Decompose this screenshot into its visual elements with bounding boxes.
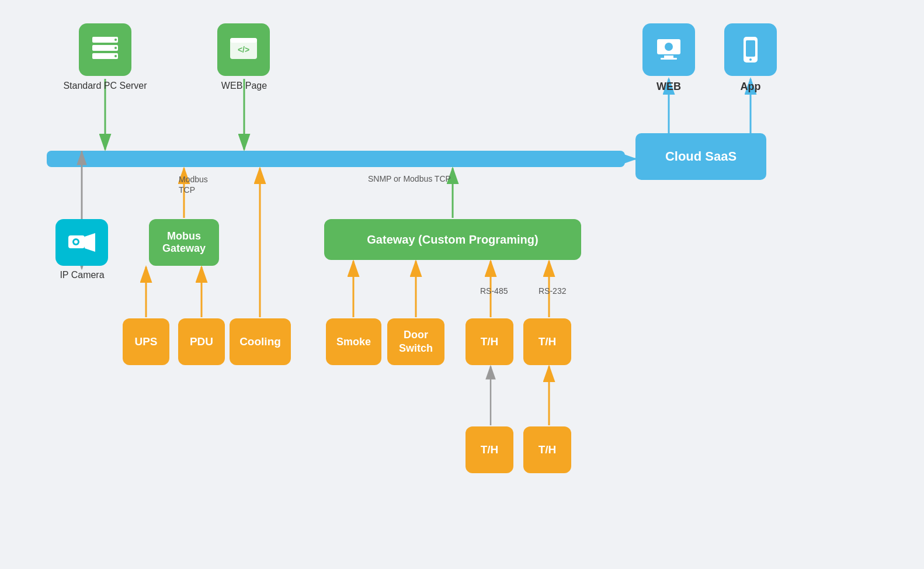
web-page-icon: </>	[217, 23, 270, 76]
ups-box: UPS	[123, 318, 169, 365]
rs232-label: RS-232	[539, 286, 566, 296]
pdu-box: PDU	[178, 318, 225, 365]
th3-box: T/H	[466, 426, 513, 473]
web-page-label: WEB Page	[203, 81, 285, 91]
svg-point-37	[74, 240, 78, 244]
svg-marker-35	[85, 233, 95, 252]
web-access-label: WEB	[640, 81, 698, 93]
svg-rect-43	[746, 40, 755, 57]
svg-text:</>: </>	[238, 45, 249, 54]
smoke-box: Smoke	[326, 318, 381, 365]
web-access-icon	[642, 23, 695, 76]
th1-box: T/H	[466, 318, 513, 365]
svg-rect-25	[92, 37, 118, 43]
cloud-saas-box: Cloud SaaS	[635, 133, 766, 180]
svg-rect-26	[92, 45, 118, 51]
app-access-icon	[724, 23, 777, 76]
ip-camera-icon	[55, 219, 108, 266]
gateway-custom-box: Gateway (Custom Programing)	[324, 219, 581, 260]
svg-point-44	[749, 58, 752, 61]
standard-pc-server-label: Standard PC Server	[61, 81, 149, 91]
mobus-gateway-box: Mobus Gateway	[149, 219, 219, 266]
app-access-label: App	[721, 81, 780, 93]
door-switch-box: Door Switch	[387, 318, 444, 365]
svg-point-29	[114, 47, 117, 49]
svg-rect-39	[664, 55, 673, 58]
svg-rect-6	[47, 151, 625, 167]
svg-point-28	[114, 39, 117, 41]
modbus-tcp-label: Modbus TCP	[179, 174, 208, 195]
th2-box: T/H	[523, 318, 571, 365]
snmp-modbus-label: SNMP or Modbus TCP	[368, 174, 451, 183]
svg-rect-40	[661, 58, 677, 60]
svg-rect-27	[92, 53, 118, 59]
svg-rect-32	[230, 38, 257, 43]
ip-camera-label: IP Camera	[46, 270, 119, 280]
th4-box: T/H	[523, 426, 571, 473]
standard-pc-server-icon	[79, 23, 131, 76]
rs485-label: RS-485	[480, 286, 508, 296]
svg-point-30	[114, 55, 117, 57]
svg-point-41	[665, 43, 673, 51]
cooling-box: Cooling	[230, 318, 291, 365]
